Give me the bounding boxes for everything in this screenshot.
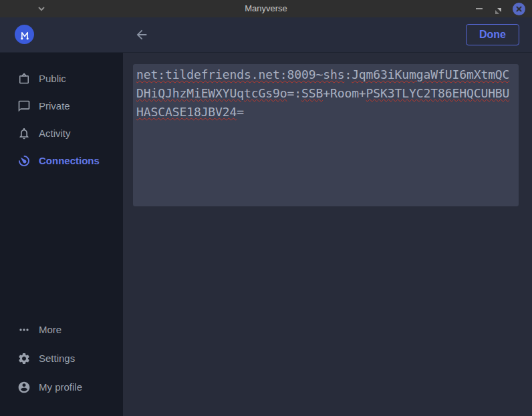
sidebar-item-connections[interactable]: Connections [0,147,123,174]
text-line: DHiQJhzMiEWXYUqtcGs9o=:SSB+Room+PSK3TLYC… [136,84,515,103]
restore-button[interactable] [495,5,502,13]
chat-bubble-icon [17,99,31,113]
sidebar-item-public[interactable]: Public [0,65,123,92]
manyverse-logo-icon [15,25,34,44]
sidebar-item-more[interactable]: More [0,315,123,344]
address-textarea[interactable]: net:tildefriends.net:8009~shs:Jqm63iKumg… [133,64,519,206]
text: : [344,67,352,81]
sidebar-spacer [0,174,123,315]
content-area: net:tildefriends.net:8009~shs:Jqm63iKumg… [123,53,532,416]
done-button[interactable]: Done [466,24,519,45]
back-arrow-button[interactable] [134,27,149,42]
bell-icon [17,127,31,140]
text-line: HASCASE18JBV24= [136,103,515,122]
window-title: Manyverse [0,0,532,17]
sidebar-item-label: Settings [39,353,75,364]
sidebar-item-settings[interactable]: Settings [0,344,123,373]
sidebar-item-label: Activity [39,128,71,139]
text-line: net:tildefriends.net:8009~shs:Jqm63iKumg… [136,65,515,84]
minimize-button[interactable] [476,5,484,13]
sidebar-item-label: Connections [39,155,100,166]
account-icon [17,381,31,394]
text: +Room+ [323,86,366,100]
connections-icon [17,154,31,168]
sidebar-item-activity[interactable]: Activity [0,120,123,147]
gear-icon [17,352,31,365]
sidebar-item-label: Private [39,100,70,112]
manyverse-window: Manyverse Done [0,0,532,416]
app-header: Done [0,17,532,53]
text: = [237,105,244,119]
dots-icon [17,323,31,337]
sidebar-item-label: My profile [39,381,82,393]
misspelled-text: PSK3TLYC2T86EHQCUHBU [366,86,510,100]
titlebar[interactable]: Manyverse [0,0,532,17]
close-button[interactable] [513,3,525,15]
misspelled-text: HASCASE18JBV24 [136,105,237,119]
sidebar: Public Private Activity [0,53,123,416]
misspelled-text: Jqm63iKumgaWfUI6mXtmQC [352,67,509,81]
misspelled-text: DHiQJhzMiEWXYUqtcGs9o [136,86,287,100]
sidebar-item-my-profile[interactable]: My profile [0,373,123,401]
sidebar-item-label: Public [39,73,66,84]
misspelled-text: SSB [301,86,323,100]
sidebar-item-label: More [39,324,61,335]
text: =: [287,86,301,100]
sidebar-item-private[interactable]: Private [0,92,123,120]
misspelled-text: net:tildefriends.net:8009~shs [136,67,344,81]
bulletin-board-icon [17,72,31,85]
